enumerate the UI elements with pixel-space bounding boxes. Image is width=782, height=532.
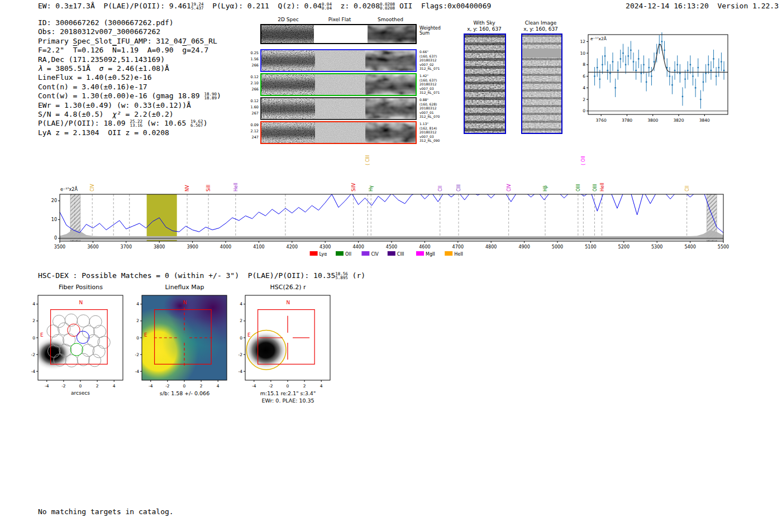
svg-text:CIV: CIV [371, 252, 379, 257]
svg-text:0: 0 [79, 384, 82, 389]
with-sky-image [464, 33, 506, 134]
svg-text:0: 0 [183, 384, 186, 388]
footer-line-1: No matching targets in catalog. [38, 507, 174, 517]
svg-text:5500: 5500 [718, 245, 729, 250]
cutout-row-meta: 0.88"(160, 628)20180312v007_01312_RL_070 [419, 98, 446, 119]
info-line: LineFlux = 1.40(±0.52)e-16 [38, 73, 221, 82]
cutout-image-flat [315, 122, 365, 143]
emission-line-label: Hβ [543, 185, 548, 191]
stacked-fraction: 19.626.567 [190, 119, 203, 128]
svg-text:4700: 4700 [452, 245, 464, 250]
svg-text:0: 0 [136, 336, 139, 341]
svg-text:-4: -4 [149, 384, 153, 388]
hsc-image-svg: NE-4-4-2-2002244 [236, 292, 340, 388]
cutout-image-smooth [365, 122, 416, 143]
svg-text:-4: -4 [135, 369, 140, 374]
stacked-fraction: 0.02080.0208 [380, 2, 395, 11]
elixer-report-page: { "header": { "left_parts": [ {"t":"EW: … [0, 0, 782, 532]
svg-text:20: 20 [51, 198, 57, 203]
info-line: EWr = 1.30(±0.49) (w: 0.33(±0.12))Å [38, 101, 221, 110]
svg-text:4300: 4300 [320, 245, 331, 250]
cutout-image-flat [315, 50, 365, 71]
cutout-row-weights: 0.122.10266 [249, 74, 259, 93]
svg-text:2: 2 [32, 318, 35, 323]
cutout-image-spec [261, 50, 315, 71]
column-title-smoothed: Smoothed [371, 17, 410, 22]
cutout-row [260, 97, 417, 120]
header-timestamp-version: 2024-12-14 16:13:20 Version 1.22.3 [626, 2, 779, 10]
lineflux-map-caption: s/b: 1.58 +/- 0.066 [133, 390, 236, 397]
cutout-image-spec [261, 98, 315, 119]
cutout-image-spec [261, 122, 315, 143]
svg-text:0: 0 [287, 384, 289, 388]
north-label: N [183, 300, 187, 305]
svg-text:MgII: MgII [426, 252, 435, 257]
emission-line-label: CII [685, 186, 690, 191]
emission-line-label: HeII [600, 183, 605, 191]
lineflux-map-title: Lineflux Map [133, 284, 236, 292]
cutout-image-sky [465, 35, 505, 133]
cutout-row-meta: 0.66"(160, 637)20180312v007_02312_RL_071 [419, 50, 446, 71]
svg-text:3820: 3820 [673, 118, 684, 123]
zoom-chart-svg: 37603780380038203840024681012e⁻¹⁷x2Å [578, 29, 735, 127]
hsc-image-plot: NE-4-4-2-2002244 [236, 292, 340, 390]
svg-text:4200: 4200 [287, 245, 298, 250]
svg-text:3840: 3840 [699, 118, 710, 123]
cutout-image-spec [261, 74, 315, 95]
emission-line-label: CII [438, 186, 443, 191]
emission-line-label: OIII [593, 184, 598, 191]
svg-text:4000: 4000 [220, 245, 231, 250]
stacked-fraction: 18.565.895 [335, 272, 348, 280]
svg-text:3500: 3500 [54, 245, 65, 250]
svg-text:2: 2 [200, 384, 203, 388]
svg-text:-2: -2 [135, 352, 140, 357]
lineflux-map-svg: NE-4-4-2-2002244 [133, 292, 236, 388]
lineflux-map-panel: Lineflux Map NE-4-4-2-2002244 s/b: 1.58 … [133, 284, 236, 397]
cutout-row-meta: 1.42"(160, 637)20180312v007_03312_RL_071 [419, 74, 446, 95]
svg-text:4100: 4100 [253, 245, 264, 250]
emission-line-label: CIII [456, 184, 461, 191]
north-label: N [79, 300, 83, 305]
hsc-dex-match-line: HSC-DEX : Possible Matches = 0 (within +… [38, 271, 365, 280]
svg-text:4500: 4500 [386, 245, 397, 250]
svg-text:4: 4 [32, 301, 35, 306]
svg-text:2: 2 [303, 384, 306, 388]
weighted-sum-strip [260, 24, 417, 44]
svg-text:5100: 5100 [585, 245, 596, 250]
svg-text:10: 10 [580, 51, 585, 56]
info-line: P(LAE)/P(OII): 18.09 25.2213.16 (w: 10.6… [38, 119, 221, 128]
emission-line-label: ( CIII [365, 155, 370, 165]
column-title-2d-spec: 2D Spec [269, 17, 308, 22]
fiber-positions-svg: NE-4-4-2-2002244arcsecs [29, 292, 132, 397]
svg-text:2: 2 [240, 318, 242, 323]
svg-text:8: 8 [583, 62, 585, 67]
fiber-positions-panel: Fiber Positions NE-4-4-2-2002244arcsecs [29, 284, 132, 399]
svg-text:4: 4 [217, 384, 220, 388]
clean-image-coords: x, y: 160, 637 [510, 26, 571, 32]
svg-text:-4: -4 [31, 369, 36, 374]
svg-text:5200: 5200 [618, 245, 630, 250]
svg-text:CIII: CIII [397, 252, 404, 257]
lineflux-heatmap: NE [133, 292, 236, 388]
svg-text:6: 6 [583, 74, 585, 79]
header-summary-line: EW: 0.3±17.3Å P(LAE)/P(OII): 9.46119.245… [38, 2, 491, 11]
info-line: λ = 3805.51Å σ = 2.46(±1.08)Å [38, 64, 221, 73]
spectrum-unit-label: e⁻¹⁷x2Å [60, 186, 78, 192]
hsc-image-title: HSC(26.2) r [236, 284, 340, 292]
svg-text:4: 4 [583, 85, 585, 90]
emission-line-label: SiIV [351, 183, 356, 191]
column-title-pixel-flat: Pixel Flat [320, 17, 359, 22]
emission-line-label: CIV [507, 184, 512, 191]
svg-text:0: 0 [54, 236, 57, 241]
stacked-fraction: 0.040.04 [322, 2, 332, 11]
svg-text:3760: 3760 [596, 118, 607, 123]
detected-line-band [147, 194, 177, 241]
svg-text:-2: -2 [61, 384, 66, 389]
zoom-data-points [594, 32, 724, 109]
info-line: F=2.2" T=0.126 N=1.19 A=0.90 g=24.7 [38, 46, 221, 55]
info-line: ID: 3000667262 (3000667262.pdf) [38, 18, 221, 27]
info-line: Obs: 20180312v007_3000667262 [38, 27, 221, 36]
cutout-row-weights: 0.251.56266 [249, 50, 259, 69]
svg-text:3800: 3800 [154, 245, 165, 250]
svg-text:-4: -4 [45, 384, 49, 389]
